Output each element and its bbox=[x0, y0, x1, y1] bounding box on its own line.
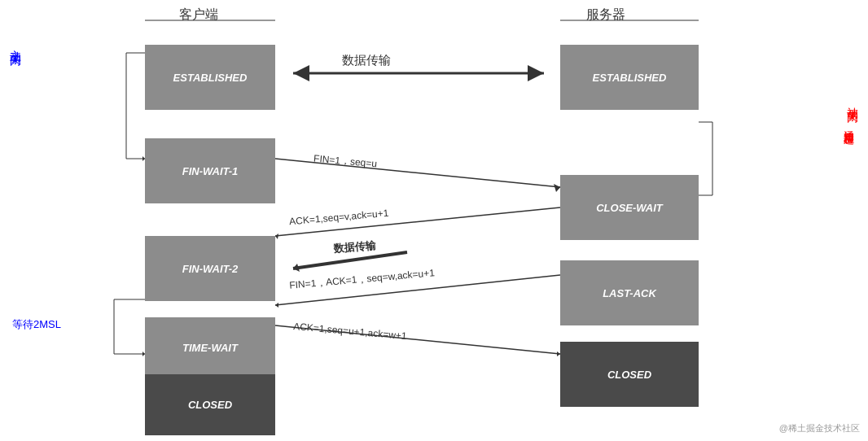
arrow-fin2-label: FIN=1，ACK=1，seq=w,ack=u+1 bbox=[289, 266, 436, 293]
state-time-wait: TIME-WAIT bbox=[145, 317, 275, 378]
arrow-ack2-label: ACK=1,seq=u+1,ack=w+1 bbox=[293, 321, 407, 342]
state-last-ack: LAST-ACK bbox=[560, 260, 699, 325]
notify-app-label: 通知应用进程 bbox=[841, 122, 856, 127]
active-close-label: 主动关闭 bbox=[8, 41, 23, 47]
wait-2msl-label: 等待2MSL bbox=[12, 317, 61, 332]
state-closed-client: CLOSED bbox=[145, 374, 275, 435]
arrow-fin1-label: FIN=1，seq=u bbox=[313, 152, 377, 172]
svg-marker-24 bbox=[275, 303, 278, 308]
svg-marker-20 bbox=[275, 234, 278, 239]
client-header: 客户端 bbox=[179, 7, 218, 24]
state-fin-wait-1: FIN-WAIT-1 bbox=[145, 138, 275, 203]
server-header: 服务器 bbox=[586, 7, 625, 24]
state-established-client: ESTABLISHED bbox=[145, 45, 275, 110]
watermark: @稀土掘金技术社区 bbox=[779, 422, 860, 434]
state-close-wait: CLOSE-WAIT bbox=[560, 175, 699, 240]
svg-marker-15 bbox=[528, 65, 544, 81]
svg-marker-22 bbox=[293, 264, 300, 272]
data-transfer-top-label: 数据传输 bbox=[342, 53, 391, 68]
state-fin-wait-2: FIN-WAIT-2 bbox=[145, 236, 275, 301]
svg-marker-14 bbox=[293, 65, 309, 81]
svg-marker-18 bbox=[554, 184, 560, 192]
passive-close-label: 被动关闭 bbox=[845, 98, 860, 104]
data-transfer-mid-label: 数据传输 bbox=[333, 238, 376, 256]
arrow-ack1-label: ACK=1,seq=v,ack=u+1 bbox=[289, 207, 389, 228]
state-established-server: ESTABLISHED bbox=[560, 45, 699, 110]
tcp-diagram: 客户端 服务器 主动关闭 被动关闭 通知应用进程 等待2MSL ESTABLIS… bbox=[0, 0, 868, 441]
state-closed-server: CLOSED bbox=[560, 342, 699, 407]
diagram-svg bbox=[0, 0, 868, 441]
